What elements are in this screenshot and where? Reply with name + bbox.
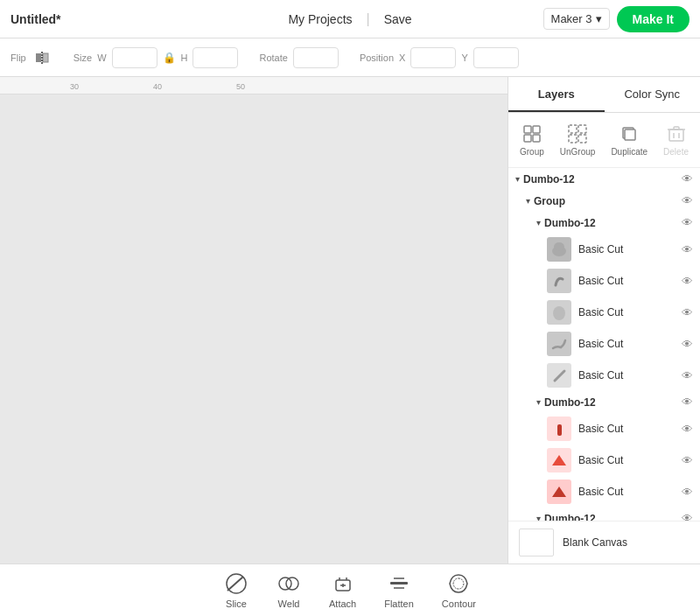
layer-name: Basic Cut bbox=[578, 275, 682, 287]
svg-rect-35 bbox=[578, 135, 586, 143]
attach-tool[interactable]: Attach bbox=[329, 571, 356, 609]
svg-marker-48 bbox=[552, 455, 566, 466]
layer-thumbnail bbox=[547, 332, 571, 356]
tab-layers[interactable]: Layers bbox=[508, 77, 605, 112]
svg-rect-34 bbox=[569, 135, 577, 143]
layer-group-dumbo12-1[interactable]: ▾ Dumbo-12 👁 bbox=[508, 212, 700, 234]
svg-line-52 bbox=[228, 577, 243, 591]
eye-icon[interactable]: 👁 bbox=[682, 275, 693, 288]
flip-group: Flip bbox=[10, 47, 52, 68]
rotate-input[interactable] bbox=[293, 47, 339, 68]
layer-item[interactable]: Basic Cut 👁 bbox=[508, 476, 700, 508]
slice-icon bbox=[224, 571, 248, 596]
ruler-marks: 30 40 50 bbox=[18, 77, 508, 94]
flatten-tool[interactable]: Flatten bbox=[384, 571, 414, 609]
svg-rect-47 bbox=[557, 424, 562, 436]
svg-rect-33 bbox=[578, 125, 586, 133]
delete-tool[interactable]: Delete bbox=[658, 120, 694, 160]
weld-label: Weld bbox=[278, 598, 300, 609]
group-icon bbox=[522, 123, 542, 144]
layer-item[interactable]: Basic Cut 👁 bbox=[508, 328, 700, 360]
eye-icon[interactable]: 👁 bbox=[682, 423, 693, 436]
nav-links: My Projects | Save bbox=[288, 11, 411, 27]
blank-canvas-item[interactable]: Blank Canvas bbox=[508, 521, 700, 564]
svg-rect-0 bbox=[36, 53, 41, 62]
svg-rect-37 bbox=[625, 130, 635, 140]
x-input[interactable] bbox=[410, 47, 456, 68]
my-projects-link[interactable]: My Projects bbox=[288, 12, 352, 26]
slice-label: Slice bbox=[226, 598, 247, 609]
top-bar: Untitled* My Projects | Save Maker 3 ▾ M… bbox=[0, 0, 700, 38]
height-input[interactable] bbox=[192, 47, 238, 68]
svg-rect-30 bbox=[524, 135, 531, 142]
svg-marker-49 bbox=[552, 486, 566, 497]
layer-item[interactable]: Basic Cut 👁 bbox=[508, 360, 700, 391]
dumbo12-2-label: Dumbo-12 bbox=[544, 396, 682, 409]
attach-icon bbox=[331, 571, 355, 596]
eye-icon[interactable]: 👁 bbox=[682, 486, 693, 499]
eye-icon[interactable]: 👁 bbox=[682, 194, 693, 207]
slice-tool[interactable]: Slice bbox=[224, 571, 248, 609]
right-panel: Layers Color Sync Group UnGroup bbox=[508, 77, 700, 564]
delete-label: Delete bbox=[663, 147, 689, 157]
chevron-icon: ▾ bbox=[526, 196, 530, 206]
layer-thumbnail bbox=[547, 269, 571, 293]
eye-icon[interactable]: 👁 bbox=[682, 338, 693, 351]
size-label: Size bbox=[74, 52, 92, 63]
svg-point-54 bbox=[286, 578, 298, 590]
layer-item[interactable]: Basic Cut 👁 bbox=[508, 413, 700, 444]
canvas-with-ruler: 30 40 50 bbox=[0, 77, 508, 94]
width-input[interactable] bbox=[112, 47, 158, 68]
eye-icon[interactable]: 👁 bbox=[682, 369, 693, 382]
duplicate-label: Duplicate bbox=[611, 147, 648, 157]
eye-icon[interactable]: 👁 bbox=[682, 172, 693, 186]
ungroup-tool[interactable]: UnGroup bbox=[555, 120, 601, 160]
eye-icon[interactable]: 👁 bbox=[682, 454, 693, 467]
chevron-icon: ▾ bbox=[515, 174, 520, 184]
rotate-label: Rotate bbox=[259, 52, 287, 63]
contour-tool[interactable]: Contour bbox=[442, 571, 476, 609]
layer-name: Basic Cut bbox=[578, 306, 682, 318]
layer-group-dumbo12-top[interactable]: ▾ Dumbo-12 👁 bbox=[508, 168, 700, 190]
svg-point-44 bbox=[554, 242, 564, 251]
make-it-button[interactable]: Make It bbox=[617, 6, 690, 32]
panel-tabs: Layers Color Sync bbox=[508, 77, 700, 113]
layer-name: Basic Cut bbox=[578, 243, 682, 256]
svg-line-46 bbox=[555, 371, 564, 381]
flip-h-button[interactable] bbox=[32, 47, 52, 68]
y-input[interactable] bbox=[473, 47, 519, 68]
group-tool[interactable]: Group bbox=[514, 120, 550, 160]
chevron-icon: ▾ bbox=[536, 397, 541, 407]
svg-rect-1 bbox=[43, 53, 48, 62]
layer-group-dumbo12-2[interactable]: ▾ Dumbo-12 👁 bbox=[508, 391, 700, 413]
blank-canvas-thumbnail bbox=[519, 528, 554, 556]
maker-select[interactable]: Maker 3 ▾ bbox=[543, 8, 610, 30]
layer-item[interactable]: Basic Cut 👁 bbox=[508, 234, 700, 265]
save-link[interactable]: Save bbox=[384, 12, 412, 26]
duplicate-icon bbox=[619, 123, 640, 144]
eye-icon[interactable]: 👁 bbox=[682, 216, 693, 229]
eye-icon[interactable]: 👁 bbox=[682, 306, 693, 319]
layer-item[interactable]: Basic Cut 👁 bbox=[508, 444, 700, 476]
weld-tool[interactable]: Weld bbox=[276, 571, 301, 609]
layer-thumbnail bbox=[547, 416, 571, 441]
eye-icon[interactable]: 👁 bbox=[682, 512, 693, 521]
layer-item[interactable]: Basic Cut 👁 bbox=[508, 297, 700, 328]
blank-canvas-label: Blank Canvas bbox=[563, 536, 627, 549]
svg-rect-28 bbox=[524, 126, 531, 133]
layer-group-group[interactable]: ▾ Group 👁 bbox=[508, 190, 700, 212]
eye-icon[interactable]: 👁 bbox=[682, 243, 693, 256]
x-label: X bbox=[399, 52, 405, 63]
tab-color-sync[interactable]: Color Sync bbox=[605, 77, 701, 112]
svg-rect-60 bbox=[390, 582, 408, 584]
eye-icon[interactable]: 👁 bbox=[682, 396, 693, 409]
layer-name: Basic Cut bbox=[578, 454, 682, 466]
flatten-label: Flatten bbox=[384, 598, 414, 609]
ruler-mark-40: 40 bbox=[153, 82, 162, 91]
layer-item[interactable]: Basic Cut 👁 bbox=[508, 265, 700, 297]
layer-thumbnail bbox=[547, 300, 571, 325]
layer-group-dumbo12-3[interactable]: ▾ Dumbo-12 👁 bbox=[508, 508, 700, 521]
layer-name: Basic Cut bbox=[578, 338, 682, 350]
size-group: Size W 🔒 H bbox=[74, 47, 239, 68]
duplicate-tool[interactable]: Duplicate bbox=[606, 120, 653, 160]
